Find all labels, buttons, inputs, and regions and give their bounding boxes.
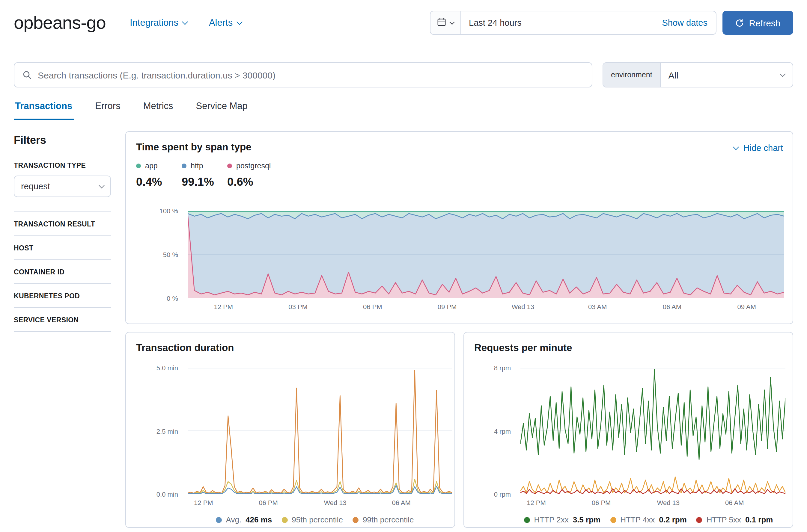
y-axis-label: 2.5 min (157, 428, 178, 435)
date-picker-calendar-button[interactable] (430, 12, 461, 34)
nav-label: Alerts (209, 17, 233, 28)
span-percentage: 0.4% (136, 175, 168, 189)
search-row: environment All (14, 62, 793, 88)
legend-label: http (191, 162, 203, 170)
filter-section-host[interactable]: HOST (14, 235, 111, 260)
y-axis: 8 rpm4 rpm0 rpm (464, 368, 516, 494)
legend-value: 0.1 rpm (745, 515, 773, 524)
legend-item[interactable]: Avg.426 ms (216, 515, 272, 524)
environment-filter: environment All (603, 62, 793, 88)
span-type-chart[interactable] (188, 211, 784, 298)
legend-label: HTTP 5xx (707, 515, 741, 524)
page-title: opbeans-go (14, 13, 106, 33)
y-axis-label: 0.0 min (157, 491, 178, 498)
span-percentage: 99.1% (182, 175, 214, 189)
legend-label: postgresql (236, 162, 271, 170)
filter-section-container-id[interactable]: CONTAINER ID (14, 260, 111, 283)
x-axis-label: 06 AM (392, 499, 410, 506)
filter-section-kubernetes-pod[interactable]: KUBERNETES POD (14, 283, 111, 307)
header: opbeans-go IntegrationsAlerts Last 24 ho… (14, 10, 793, 36)
legend-item[interactable]: http (182, 162, 214, 170)
tab-metrics[interactable]: Metrics (142, 96, 175, 120)
legend-item[interactable]: 95th percentile (281, 515, 343, 524)
x-axis-label: Wed 13 (657, 499, 680, 506)
legend-dot (136, 164, 141, 168)
nav-label: Integrations (130, 17, 178, 28)
x-axis-label: 03 PM (288, 303, 308, 310)
transaction-duration-chart[interactable] (188, 368, 452, 494)
y-axis: 100 %50 %0 % (126, 211, 183, 298)
transaction-type-value: request (21, 182, 50, 191)
filters-title: Filters (14, 134, 111, 147)
filter-section-service-version[interactable]: SERVICE VERSION (14, 307, 111, 332)
legend-dot (524, 517, 530, 523)
x-axis-label: 09 PM (438, 303, 457, 310)
legend-label: 95th percentile (292, 515, 343, 524)
requests-per-minute-panel: Requests per minute 8 rpm4 rpm0 rpm 12 P… (463, 332, 793, 528)
legend-dot (227, 164, 232, 168)
legend-item[interactable]: postgresql (227, 162, 271, 170)
y-axis-label: 100 % (160, 207, 178, 214)
y-axis-label: 5.0 min (157, 364, 178, 372)
hide-chart-label: Hide chart (744, 143, 783, 153)
legend-dot (352, 517, 359, 523)
panel-title: Transaction duration (136, 342, 234, 354)
legend-dot (696, 517, 702, 523)
filter-section-transaction-result[interactable]: TRANSACTION RESULT (14, 211, 111, 235)
tab-service-map[interactable]: Service Map (195, 96, 249, 120)
legend-item[interactable]: HTTP 4xx0.2 rpm (610, 515, 687, 524)
y-axis-label: 50 % (163, 251, 178, 258)
environment-value: All (668, 70, 678, 80)
search-bar (14, 62, 592, 88)
y-axis-label: 8 rpm (494, 364, 511, 372)
legend-value: 3.5 rpm (573, 515, 601, 524)
filter-sections: TRANSACTION RESULTHOSTCONTAINER IDKUBERN… (14, 211, 111, 332)
legend-item[interactable]: app (136, 162, 168, 170)
filters-sidebar: Filters TRANSACTION TYPE request TRANSAC… (14, 134, 111, 332)
requests-per-minute-chart[interactable] (520, 368, 785, 494)
environment-select[interactable]: All (661, 63, 793, 87)
y-axis-label: 0 % (167, 295, 178, 302)
transaction-type-select[interactable]: request (14, 175, 111, 197)
tab-transactions[interactable]: Transactions (14, 96, 73, 120)
header-nav: IntegrationsAlerts (130, 17, 263, 28)
legend-item[interactable]: 99th percentile (352, 515, 414, 524)
y-axis-label: 0 rpm (494, 491, 511, 498)
span-legend-column: postgresql0.6% (227, 162, 271, 189)
apm-service-page: opbeans-go IntegrationsAlerts Last 24 ho… (0, 0, 807, 532)
x-axis-label: 06 PM (592, 499, 611, 506)
x-axis-label: 09 AM (737, 303, 756, 310)
environment-label: environment (603, 63, 661, 87)
legend-item[interactable]: HTTP 2xx3.5 rpm (524, 515, 601, 524)
legend-item[interactable]: HTTP 5xx0.1 rpm (696, 515, 773, 524)
y-axis: 5.0 min2.5 min0.0 min (126, 368, 183, 494)
chevron-down-icon (450, 19, 455, 24)
refresh-icon (735, 18, 744, 27)
panel-title: Requests per minute (474, 342, 572, 354)
hide-chart-link[interactable]: Hide chart (734, 143, 783, 153)
x-axis-label: 06 PM (259, 499, 278, 506)
refresh-button[interactable]: Refresh (722, 11, 793, 35)
tab-errors[interactable]: Errors (94, 96, 122, 120)
legend-label: 99th percentile (363, 515, 414, 524)
x-axis-label: 06 AM (725, 499, 744, 506)
span-legend-column: http99.1% (182, 162, 214, 189)
show-dates-link[interactable]: Show dates (662, 18, 716, 27)
chevron-down-icon (99, 183, 105, 188)
x-axis-label: 12 PM (214, 303, 233, 310)
date-range-value[interactable]: Last 24 hours (461, 18, 662, 27)
x-axis: 12 PM06 PMWed 1306 AM (188, 499, 452, 508)
nav-integrations[interactable]: Integrations (130, 17, 187, 28)
span-legend-column: app0.4% (136, 162, 168, 189)
panel-title: Time spent by span type (136, 141, 252, 153)
search-input[interactable] (38, 70, 584, 80)
legend-dot (281, 517, 288, 523)
span-type-panel: Time spent by span type Hide chart app0.… (125, 131, 793, 324)
legend-label: Avg. (226, 515, 242, 524)
refresh-label: Refresh (749, 18, 780, 28)
chevron-down-icon (237, 19, 242, 24)
legend-label: HTTP 2xx (534, 515, 569, 524)
calendar-icon (437, 17, 446, 28)
legend-dot (216, 517, 222, 523)
nav-alerts[interactable]: Alerts (209, 17, 242, 28)
